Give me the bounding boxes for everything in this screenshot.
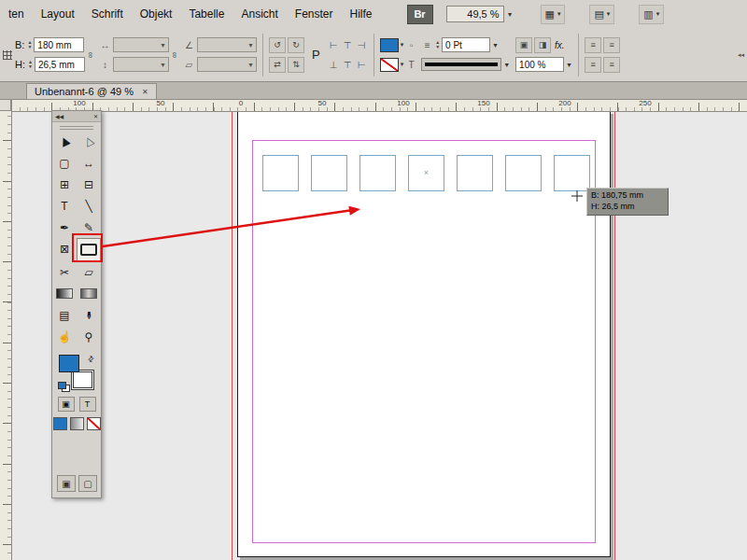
- stroke-weight-input[interactable]: 0 Pt: [442, 37, 490, 52]
- opacity-dropdown-icon[interactable]: ▼: [566, 62, 572, 68]
- horizontal-ruler[interactable]: 10050050100150200250: [11, 100, 747, 112]
- apply-color-button[interactable]: [53, 417, 67, 430]
- menu-item-ansicht[interactable]: Ansicht: [233, 7, 286, 21]
- gradient-feather-tool[interactable]: [77, 283, 101, 304]
- menu-item-objekt[interactable]: Objekt: [132, 7, 181, 21]
- graphic-frame[interactable]: ×: [408, 155, 444, 191]
- menu-item-hilfe[interactable]: Hilfe: [342, 7, 381, 21]
- constrain-scale-icon[interactable]: ∞: [169, 50, 180, 60]
- text-wrap-none-button[interactable]: ≡: [585, 37, 601, 53]
- menu-item-tabelle[interactable]: Tabelle: [180, 7, 233, 21]
- constrain-proportions-icon[interactable]: ∞: [85, 50, 96, 60]
- scale-x-combo[interactable]: ▼: [113, 37, 169, 52]
- formatting-affects-container-button[interactable]: ▣: [58, 397, 75, 412]
- align-bottom-icon[interactable]: ⊣: [356, 40, 368, 50]
- line-tool[interactable]: ╲: [77, 195, 101, 217]
- distribute-center-icon[interactable]: ⊤: [342, 60, 354, 70]
- scissors-tool[interactable]: ✂: [52, 261, 77, 283]
- formatting-text-icon[interactable]: T: [405, 60, 417, 70]
- graphic-frame[interactable]: [262, 155, 299, 191]
- formatting-container-icon[interactable]: ▫: [405, 40, 417, 50]
- stroke-style-dropdown-icon[interactable]: ▼: [503, 62, 510, 68]
- scale-y-combo[interactable]: ▼: [113, 57, 169, 72]
- flip-vertical-button[interactable]: ⇅: [288, 57, 304, 73]
- zoom-tool[interactable]: ⚲: [77, 326, 101, 347]
- default-fill-icon[interactable]: [58, 382, 66, 389]
- drop-shadow-button[interactable]: ▣: [515, 37, 532, 53]
- rotate-cw-button[interactable]: ↻: [288, 37, 304, 53]
- height-stepper[interactable]: ▲▼: [28, 60, 33, 69]
- view-options-button[interactable]: ▦ ▾: [541, 5, 566, 24]
- fill-color-swatch[interactable]: [380, 38, 399, 52]
- menu-item-layout[interactable]: Layout: [33, 7, 83, 21]
- note-tool[interactable]: ▤: [52, 304, 77, 326]
- shear-angle-combo[interactable]: ▼: [197, 57, 257, 72]
- normal-view-button[interactable]: ▣: [57, 475, 76, 492]
- text-wrap-bounding-button[interactable]: ≡: [603, 37, 620, 53]
- palette-drag-grip[interactable]: [60, 124, 93, 130]
- pen-tool[interactable]: ✒: [52, 217, 77, 238]
- swap-fill-stroke-icon[interactable]: ⇄: [86, 354, 96, 364]
- free-transform-tool[interactable]: ▱: [77, 261, 101, 283]
- gradient-swatch-tool[interactable]: [52, 283, 77, 304]
- opacity-input[interactable]: 100 %: [515, 57, 564, 72]
- transparency-button[interactable]: ◨: [534, 37, 551, 53]
- effects-button[interactable]: fx.: [553, 40, 567, 50]
- rotate-ccw-button[interactable]: ↺: [269, 37, 286, 53]
- rotation-angle-combo[interactable]: ▼: [197, 37, 257, 52]
- apply-gradient-button[interactable]: [70, 417, 84, 430]
- flip-horizontal-button[interactable]: ⇄: [269, 57, 286, 73]
- panel-collapse-icon[interactable]: ◂◂: [738, 51, 744, 59]
- palette-collapse-icon[interactable]: ◀◀: [55, 113, 63, 119]
- content-collector-tool[interactable]: ⊞: [52, 174, 77, 195]
- formatting-affects-text-button[interactable]: T: [79, 397, 96, 412]
- align-top-icon[interactable]: ⊢: [328, 40, 340, 50]
- zoom-combo[interactable]: 49,5 % ▾: [446, 6, 516, 22]
- graphic-frame[interactable]: [554, 155, 590, 191]
- menu-item-ten[interactable]: ten: [0, 7, 33, 21]
- height-input[interactable]: 26,5 mm: [35, 57, 85, 72]
- graphic-frame[interactable]: [311, 155, 347, 191]
- stroke-weight-dropdown-icon[interactable]: ▼: [492, 42, 499, 49]
- apply-none-button[interactable]: [87, 417, 101, 430]
- content-placer-tool[interactable]: ⊟: [77, 174, 101, 195]
- preview-mode-button[interactable]: ▢: [78, 475, 97, 492]
- screen-mode-button[interactable]: ▤ ▾: [589, 5, 614, 24]
- width-stepper[interactable]: ▲▼: [27, 40, 32, 49]
- eyedropper-tool[interactable]: ✒: [77, 304, 101, 326]
- rectangle-tool[interactable]: [77, 238, 101, 261]
- hand-tool[interactable]: ☝: [52, 326, 77, 347]
- pencil-tool[interactable]: ✎: [77, 217, 101, 238]
- distribute-left-icon[interactable]: ⊥: [328, 60, 340, 70]
- distribute-right-icon[interactable]: ⊢: [356, 60, 368, 70]
- page-tool[interactable]: ▢: [52, 152, 77, 174]
- document-tab[interactable]: Unbenannt-6 @ 49 % ✕: [26, 83, 157, 99]
- width-input[interactable]: 180 mm: [34, 37, 84, 52]
- zoom-dropdown-icon[interactable]: ▾: [504, 6, 516, 22]
- fill-swatch-arrow-icon[interactable]: ▾: [401, 41, 404, 49]
- arrange-documents-button[interactable]: ▥ ▾: [639, 5, 664, 24]
- ruler-origin-corner[interactable]: [0, 100, 11, 111]
- graphic-frame[interactable]: [457, 155, 493, 191]
- corner-options-button[interactable]: ≡: [585, 57, 601, 73]
- graphic-frame[interactable]: [359, 155, 396, 191]
- stroke-color-swatch[interactable]: [380, 58, 399, 72]
- menu-item-fenster[interactable]: Fenster: [287, 7, 342, 21]
- palette-close-icon[interactable]: ✕: [93, 113, 98, 119]
- stroke-style-dropdown[interactable]: [421, 58, 501, 71]
- stroke-weight-stepper[interactable]: ▲▼: [435, 40, 440, 49]
- stroke-proxy[interactable]: [71, 370, 94, 390]
- type-tool[interactable]: T: [52, 195, 77, 217]
- tab-close-icon[interactable]: ✕: [142, 88, 148, 96]
- align-center-icon[interactable]: ⊤: [342, 40, 354, 50]
- bridge-button[interactable]: Br: [407, 5, 433, 24]
- direct-selection-tool[interactable]: ▷: [77, 131, 101, 152]
- stroke-swatch-arrow-icon[interactable]: ▾: [401, 61, 404, 68]
- gap-tool[interactable]: ↔: [77, 152, 101, 174]
- menu-item-schrift[interactable]: Schrift: [83, 7, 132, 21]
- vertical-ruler[interactable]: [0, 100, 12, 560]
- reference-point-proxy-icon[interactable]: [3, 50, 12, 60]
- graphic-frame[interactable]: [505, 155, 542, 191]
- zoom-value[interactable]: 49,5 %: [446, 6, 504, 22]
- fill-proxy[interactable]: [59, 355, 79, 372]
